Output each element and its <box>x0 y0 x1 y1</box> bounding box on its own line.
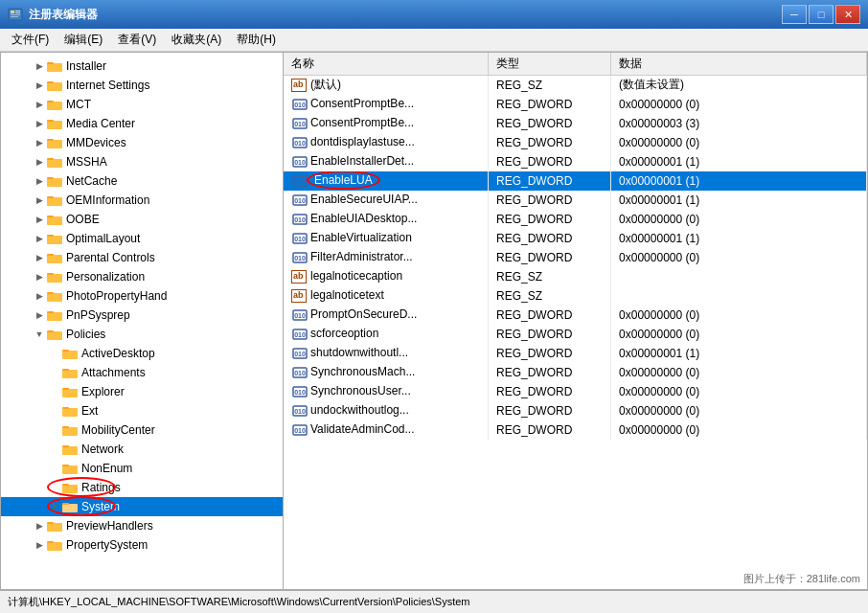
expand-icon <box>47 444 62 454</box>
tree-label: MSSHA <box>66 155 107 169</box>
svg-rect-21 <box>47 196 54 198</box>
svg-rect-27 <box>47 254 54 256</box>
tree-item-parental-controls[interactable]: ▶ Parental Controls <box>1 248 283 267</box>
col-type[interactable]: 类型 <box>489 53 611 76</box>
svg-text:010: 010 <box>294 236 306 242</box>
svg-text:010: 010 <box>294 351 306 357</box>
tree-item-active-desktop[interactable]: ActiveDesktop <box>1 344 283 363</box>
table-row[interactable]: 010EnableSecureUIAP...REG_DWORD0x0000000… <box>284 191 867 210</box>
tree-item-netcache[interactable]: ▶ NetCache <box>1 171 283 191</box>
tree-item-nonenum[interactable]: NonEnum <box>1 459 283 478</box>
tree-item-mct[interactable]: ▶ MCT <box>1 95 283 114</box>
tree-item-ratings[interactable]: Ratings <box>1 478 283 497</box>
dword-icon: 010 <box>291 232 307 245</box>
menu-help[interactable]: 帮助(H) <box>229 30 284 50</box>
tree-label: PreviewHandlers <box>66 519 153 533</box>
minimize-button[interactable]: ─ <box>782 5 807 24</box>
folder-icon <box>62 462 78 475</box>
tree-item-explorer[interactable]: Explorer <box>1 382 283 401</box>
col-data[interactable]: 数据 <box>611 53 867 76</box>
tree-item-network[interactable]: Network <box>1 440 283 459</box>
svg-rect-33 <box>47 311 54 313</box>
menu-favorites[interactable]: 收藏夹(A) <box>164 30 229 50</box>
table-row[interactable]: 010SynchronousUser...REG_DWORD0x00000000… <box>284 382 867 401</box>
table-row[interactable]: 010scforceoptionREG_DWORD0x00000000 (0) <box>284 325 867 344</box>
expand-icon: ▶ <box>32 61 47 71</box>
tree-item-optimallayout[interactable]: ▶ OptimalLayout <box>1 229 283 248</box>
registry-table[interactable]: 名称 类型 数据 ab(默认)REG_SZ(数值未设置)010ConsentPr… <box>284 53 867 589</box>
dword-icon: 010 <box>291 174 307 188</box>
table-row[interactable]: ab(默认)REG_SZ(数值未设置) <box>284 76 867 95</box>
folder-icon <box>62 500 78 513</box>
cell-data: 0x00000000 (0) <box>611 401 867 420</box>
watermark: 图片上传于：281life.com <box>743 572 860 586</box>
tree-item-oobe[interactable]: ▶ OOBE <box>1 210 283 229</box>
expand-icon: ▶ <box>32 521 47 531</box>
cell-name-text: dontdisplaylastuse... <box>310 135 415 148</box>
tree-item-mmdevices[interactable]: ▶ MMDevices <box>1 133 283 152</box>
table-row[interactable]: 010ValidateAdminCod...REG_DWORD0x0000000… <box>284 420 867 440</box>
tree-item-mobility-center[interactable]: MobilityCenter <box>1 420 283 440</box>
table-row[interactable]: 010FilterAdministrator...REG_DWORD0x0000… <box>284 248 867 267</box>
tree-label: Installer <box>66 59 106 73</box>
folder-icon <box>47 117 62 130</box>
svg-text:010: 010 <box>294 121 306 127</box>
tree-label: Ratings <box>81 481 121 494</box>
close-button[interactable]: ✕ <box>835 5 860 24</box>
tree-item-property-system[interactable]: ▶ PropertySystem <box>1 535 283 555</box>
cell-name-text: legalnoticetext <box>310 288 384 302</box>
table-row[interactable]: 010ConsentPromptBe...REG_DWORD0x00000003… <box>284 114 867 133</box>
cell-type: REG_DWORD <box>489 401 611 420</box>
table-row[interactable]: 010EnableUIADesktop...REG_DWORD0x0000000… <box>284 210 867 229</box>
tree-item-policies[interactable]: ▼ Policies <box>1 325 283 344</box>
folder-icon <box>62 347 78 360</box>
cell-name-text: undockwithoutlog... <box>310 403 409 417</box>
svg-rect-16 <box>47 159 62 168</box>
table-row[interactable]: ablegalnoticecaptionREG_SZ <box>284 267 867 286</box>
table-row[interactable]: 010SynchronousMach...REG_DWORD0x00000000… <box>284 363 867 382</box>
tree-item-preview-handlers[interactable]: ▶ PreviewHandlers <box>1 516 283 535</box>
table-row[interactable]: 010dontdisplaylastuse...REG_DWORD0x00000… <box>284 133 867 152</box>
table-row[interactable]: 010EnableVirtualizationREG_DWORD0x000000… <box>284 229 867 248</box>
svg-rect-18 <box>47 178 62 187</box>
table-row[interactable]: 010shutdownwithoutl...REG_DWORD0x0000000… <box>284 344 867 363</box>
table-row[interactable]: ablegalnoticetextREG_SZ <box>284 286 867 306</box>
tree-item-oeminformation[interactable]: ▶ OEMInformation <box>1 191 283 210</box>
table-row[interactable]: 010undockwithoutlog...REG_DWORD0x0000000… <box>284 401 867 420</box>
tree-item-attachments[interactable]: Attachments <box>1 363 283 382</box>
cell-name: ablegalnoticecaption <box>284 267 489 286</box>
menu-edit[interactable]: 编辑(E) <box>57 30 110 50</box>
dword-icon: 010 <box>291 251 307 264</box>
svg-rect-14 <box>47 140 62 148</box>
tree-item-internet-settings[interactable]: ▶ Internet Settings <box>1 76 283 95</box>
cell-type: REG_DWORD <box>489 95 611 114</box>
menu-view[interactable]: 查看(V) <box>110 30 164 50</box>
cell-name: 010EnableSecureUIAP... <box>284 191 489 210</box>
table-row[interactable]: 010PromptOnSecureD...REG_DWORD0x00000000… <box>284 306 867 325</box>
svg-rect-42 <box>62 408 78 417</box>
folder-icon <box>62 481 78 494</box>
dword-icon: 010 <box>291 366 307 379</box>
tree-item-mssha[interactable]: ▶ MSSHA <box>1 152 283 171</box>
maximize-button[interactable]: □ <box>809 5 834 24</box>
cell-data: 0x00000000 (0) <box>611 363 867 382</box>
window-controls: ─ □ ✕ <box>782 5 860 24</box>
tree-item-media-center[interactable]: ▶ Media Center <box>1 114 283 133</box>
expand-icon <box>47 406 62 416</box>
tree-item-photopropertyhand[interactable]: ▶ PhotoPropertyHand <box>1 286 283 306</box>
svg-rect-40 <box>62 389 78 397</box>
tree-item-installer[interactable]: ▶ Installer <box>1 57 283 76</box>
menu-file[interactable]: 文件(F) <box>4 30 57 50</box>
table-row[interactable]: 010EnableLUAREG_DWORD0x00000001 (1) <box>284 171 867 191</box>
tree-item-pnpsysprep[interactable]: ▶ PnPSysprep <box>1 306 283 325</box>
tree-item-personalization[interactable]: ▶ Personalization <box>1 267 283 286</box>
tree-label: Attachments <box>81 366 146 379</box>
menu-bar: 文件(F) 编辑(E) 查看(V) 收藏夹(A) 帮助(H) <box>0 29 868 52</box>
svg-rect-10 <box>47 102 62 110</box>
table-row[interactable]: 010ConsentPromptBe...REG_DWORD0x00000000… <box>284 95 867 114</box>
tree-panel[interactable]: ▶ Installer ▶ Internet Settings ▶ MCT ▶ <box>1 53 284 589</box>
tree-item-ext[interactable]: Ext <box>1 401 283 420</box>
tree-item-system[interactable]: ▼ System <box>1 497 283 516</box>
table-row[interactable]: 010EnableInstallerDet...REG_DWORD0x00000… <box>284 152 867 171</box>
col-name[interactable]: 名称 <box>284 53 489 76</box>
